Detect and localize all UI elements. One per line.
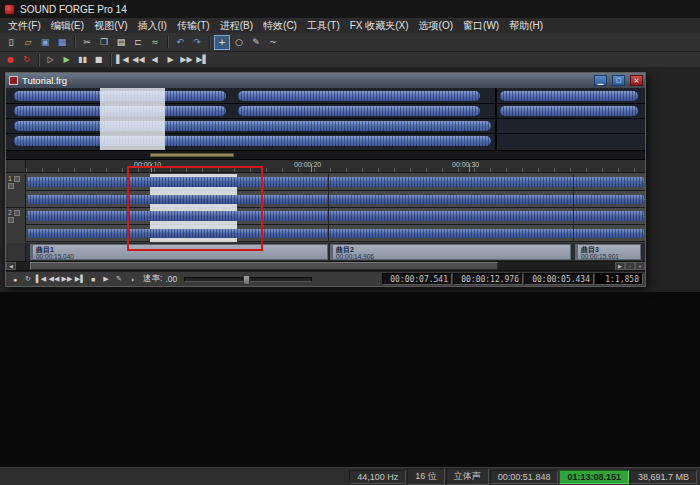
pencil-tool-icon[interactable]: ✎ bbox=[113, 273, 125, 285]
region-block[interactable]: 曲目1 00:00:15.040 bbox=[30, 244, 328, 260]
region-name: 曲目1 bbox=[36, 246, 327, 253]
go-to-start-icon[interactable]: ▌◀ bbox=[35, 273, 47, 285]
bit-depth-field: 16 位 bbox=[407, 468, 445, 485]
toolbar-separator bbox=[167, 36, 168, 48]
go-to-end-icon[interactable]: ▶▌ bbox=[195, 53, 210, 66]
waveform-blob bbox=[14, 136, 491, 146]
menu-insert[interactable]: 插入(I) bbox=[132, 19, 171, 33]
toolbar-separator bbox=[209, 36, 210, 48]
zoom-ratio-display: 1:1,858 bbox=[595, 273, 643, 285]
close-icon[interactable]: ✕ bbox=[630, 75, 643, 86]
new-file-icon[interactable]: ▯ bbox=[3, 35, 19, 50]
pencil-tool-icon[interactable]: ✎ bbox=[248, 35, 264, 50]
menu-transport[interactable]: 传输(T) bbox=[172, 19, 215, 33]
scrollbar-thumb[interactable] bbox=[30, 262, 498, 270]
mute-icon[interactable] bbox=[14, 210, 20, 216]
maximize-icon[interactable]: □ bbox=[612, 75, 625, 86]
open-file-icon[interactable]: ▱ bbox=[20, 35, 36, 50]
menu-edit[interactable]: 编辑(E) bbox=[46, 19, 89, 33]
paste-icon[interactable]: ▤ bbox=[113, 35, 129, 50]
play-icon[interactable]: ▶ bbox=[59, 53, 74, 66]
stop-icon[interactable]: ■ bbox=[91, 53, 106, 66]
track-lane[interactable] bbox=[6, 174, 645, 191]
zoom-in-icon[interactable]: + bbox=[635, 262, 645, 270]
play-icon[interactable]: ▶ bbox=[100, 273, 112, 285]
track-header[interactable]: 1 bbox=[6, 174, 25, 208]
menu-effects[interactable]: 特效(C) bbox=[258, 19, 302, 33]
track-header[interactable]: 2 bbox=[6, 208, 25, 242]
track-lane[interactable] bbox=[6, 225, 645, 242]
marker-strip[interactable] bbox=[6, 151, 645, 160]
go-to-start-icon[interactable]: ▌◀ bbox=[115, 53, 130, 66]
copy-icon[interactable]: ❐ bbox=[96, 35, 112, 50]
redo-icon[interactable]: ↷ bbox=[189, 35, 205, 50]
step-forward-icon[interactable]: ▶ bbox=[163, 53, 178, 66]
fast-forward-icon[interactable]: ▶▶ bbox=[61, 273, 73, 285]
rate-slider-thumb[interactable] bbox=[243, 275, 250, 285]
record-icon[interactable]: ● bbox=[3, 53, 18, 66]
scroll-left-icon[interactable]: ◀ bbox=[6, 262, 16, 270]
menu-file[interactable]: 文件(F) bbox=[3, 19, 46, 33]
scroll-right-icon[interactable]: ▶ bbox=[615, 262, 625, 270]
app-logo-icon bbox=[4, 4, 15, 15]
undo-icon[interactable]: ↶ bbox=[172, 35, 188, 50]
document-body: 00:00:10 00:00:20 00:00:30 bbox=[6, 88, 645, 286]
scrollbar-track[interactable] bbox=[16, 262, 615, 270]
stop-icon[interactable]: ■ bbox=[87, 273, 99, 285]
track-area[interactable]: 1 2 bbox=[6, 173, 645, 243]
region-block[interactable]: 曲目2 00:00:14.906 bbox=[330, 244, 571, 260]
solo-icon[interactable] bbox=[8, 217, 14, 223]
track-lane[interactable] bbox=[6, 208, 645, 225]
save-icon[interactable]: ▣ bbox=[37, 35, 53, 50]
menu-fx-favorites[interactable]: FX 收藏夹(X) bbox=[345, 19, 414, 33]
document-titlebar[interactable]: Tutorial.frg ▁ □ ✕ bbox=[6, 73, 645, 88]
go-to-end-icon[interactable]: ▶▌ bbox=[74, 273, 86, 285]
rewind-icon[interactable]: ◀◀ bbox=[131, 53, 146, 66]
scrub-control-icon[interactable]: ◑ bbox=[126, 273, 138, 285]
zoom-out-icon[interactable]: − bbox=[625, 262, 635, 270]
edit-tool-icon[interactable]: + bbox=[214, 35, 230, 50]
menu-tools[interactable]: 工具(T) bbox=[302, 19, 345, 33]
fast-forward-icon[interactable]: ▶▶ bbox=[179, 53, 194, 66]
ruler-label: 00:00:30 bbox=[452, 161, 479, 168]
play-all-icon[interactable]: ▷ bbox=[43, 53, 58, 66]
waveform-blob bbox=[500, 106, 638, 116]
solo-icon[interactable] bbox=[8, 183, 14, 189]
mix-icon[interactable]: ≈ bbox=[147, 35, 163, 50]
loop-playback-icon[interactable]: ↻ bbox=[22, 273, 34, 285]
track-header-gutter: 1 2 bbox=[6, 174, 26, 242]
rewind-icon[interactable]: ◀◀ bbox=[48, 273, 60, 285]
time-displays: 00:00:07.541 00:00:12.976 00:00:05.434 1… bbox=[381, 273, 643, 285]
document-icon bbox=[9, 76, 18, 85]
app-titlebar: SOUND FORGE Pro 14 bbox=[0, 0, 700, 18]
overview-selection-region[interactable] bbox=[100, 88, 165, 150]
envelope-tool-icon[interactable]: ~ bbox=[265, 35, 281, 50]
menu-options[interactable]: 选项(O) bbox=[414, 19, 458, 33]
magnify-tool-icon[interactable]: ○ bbox=[231, 35, 247, 50]
waveform-overview[interactable] bbox=[6, 88, 645, 151]
free-space-field: 38,691.7 MB bbox=[630, 470, 697, 484]
minimize-icon[interactable]: ▁ bbox=[594, 75, 607, 86]
save-as-icon[interactable]: ▦ bbox=[54, 35, 70, 50]
loop-region-bar[interactable] bbox=[150, 153, 234, 157]
toolbar-separator bbox=[38, 54, 39, 66]
channels-field: 立体声 bbox=[446, 468, 489, 485]
waveform bbox=[27, 211, 644, 221]
horizontal-scrollbar[interactable]: ◀ ▶ − + bbox=[6, 262, 645, 271]
menu-process[interactable]: 进程(B) bbox=[215, 19, 258, 33]
ruler-label: 00:00:20 bbox=[294, 161, 321, 168]
loop-playback-icon[interactable]: ↻ bbox=[19, 53, 34, 66]
step-back-icon[interactable]: ◀ bbox=[147, 53, 162, 66]
pause-icon[interactable]: ▮▮ bbox=[75, 53, 90, 66]
menu-help[interactable]: 帮助(H) bbox=[504, 19, 548, 33]
menu-window[interactable]: 窗口(W) bbox=[458, 19, 504, 33]
time-ruler[interactable]: 00:00:10 00:00:20 00:00:30 bbox=[6, 160, 645, 173]
track-lane[interactable] bbox=[6, 191, 645, 208]
trim-icon[interactable]: ⊏ bbox=[130, 35, 146, 50]
menu-view[interactable]: 视图(V) bbox=[89, 19, 132, 33]
cut-icon[interactable]: ✂ bbox=[79, 35, 95, 50]
rate-slider[interactable] bbox=[184, 277, 312, 282]
record-icon[interactable]: ● bbox=[9, 273, 21, 285]
mute-icon[interactable] bbox=[14, 176, 20, 182]
region-block[interactable]: 曲目3 00:00:15.901 bbox=[575, 244, 641, 260]
